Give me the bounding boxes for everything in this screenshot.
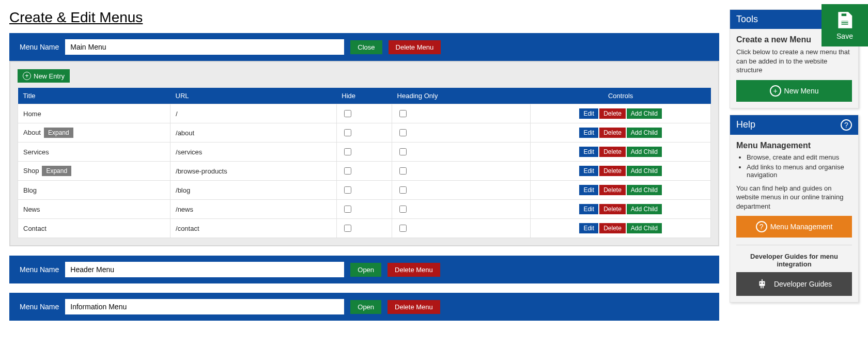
svg-rect-5 (759, 281, 765, 286)
th-url: URL (171, 88, 337, 104)
svg-point-6 (760, 282, 762, 284)
delete-button[interactable]: Delete (599, 223, 626, 233)
entry-title: Services (23, 148, 49, 156)
add-child-button[interactable]: Add Child (627, 223, 662, 233)
table-row: ShopExpand/browse-productsEditDeleteAdd … (18, 162, 711, 181)
edit-button[interactable]: Edit (579, 108, 598, 119)
heading-only-checkbox[interactable] (399, 129, 407, 136)
entry-hide-cell (336, 123, 392, 143)
svg-rect-8 (761, 286, 762, 289)
developer-guides-button[interactable]: Developer Guides (736, 272, 852, 296)
entry-heading-only-cell (392, 162, 531, 181)
th-hide: Hide (336, 88, 392, 104)
open-button[interactable]: Open (350, 263, 381, 277)
close-button[interactable]: Close (350, 40, 382, 54)
entry-url: /contact (171, 219, 337, 238)
entry-heading-only-cell (392, 181, 531, 200)
menu-name-input[interactable] (65, 262, 344, 277)
entry-heading-only-cell (392, 104, 531, 123)
table-row: Contact/contactEditDeleteAdd Child (18, 219, 711, 238)
question-icon: ? (756, 221, 767, 232)
svg-rect-10 (762, 279, 763, 281)
new-menu-button[interactable]: + New Menu (736, 80, 852, 102)
dev-guides-label: Developer Guides (774, 280, 832, 288)
add-child-button[interactable]: Add Child (627, 166, 662, 176)
entry-controls: EditDeleteAdd Child (531, 181, 711, 200)
edit-button[interactable]: Edit (579, 223, 598, 233)
expand-button[interactable]: Expand (42, 166, 71, 176)
hide-checkbox[interactable] (344, 186, 351, 194)
new-entry-button[interactable]: + New Entry (18, 69, 70, 83)
table-row: Services/servicesEditDeleteAdd Child (18, 143, 711, 162)
delete-button[interactable]: Delete (599, 204, 626, 214)
entry-controls: EditDeleteAdd Child (531, 219, 711, 238)
th-controls: Controls (531, 88, 711, 104)
menu-name-input[interactable] (65, 39, 344, 55)
help-bullets: Browse, create and edit menus Add links … (736, 153, 852, 179)
menu-management-guide-button[interactable]: ? Menu Management (736, 216, 852, 238)
delete-button[interactable]: Delete (599, 108, 626, 119)
entry-controls: EditDeleteAdd Child (531, 200, 711, 219)
menu-name-label: Menu Name (20, 265, 59, 274)
entry-url: /browse-products (171, 162, 337, 181)
dev-guides-heading: Developer Guides for menu integration (736, 253, 852, 268)
open-button[interactable]: Open (350, 300, 381, 314)
svg-rect-9 (763, 286, 764, 289)
delete-button[interactable]: Delete (599, 128, 626, 138)
delete-menu-button[interactable]: Delete Menu (388, 263, 440, 277)
expand-button[interactable]: Expand (44, 128, 73, 138)
hide-checkbox[interactable] (344, 206, 351, 213)
entry-controls: EditDeleteAdd Child (531, 162, 711, 181)
hide-checkbox[interactable] (344, 129, 351, 136)
add-child-button[interactable]: Add Child (627, 128, 662, 138)
add-child-button[interactable]: Add Child (627, 204, 662, 214)
entry-hide-cell (336, 181, 392, 200)
entry-title-cell: Services (18, 143, 171, 162)
add-child-button[interactable]: Add Child (627, 108, 662, 119)
table-row: AboutExpand/aboutEditDeleteAdd Child (18, 123, 711, 143)
entry-title-cell: Home (18, 104, 171, 123)
edit-button[interactable]: Edit (579, 128, 598, 138)
delete-menu-button[interactable]: Delete Menu (389, 40, 441, 54)
add-child-button[interactable]: Add Child (627, 185, 662, 195)
entry-title-cell: Contact (18, 219, 171, 238)
svg-point-7 (763, 282, 764, 284)
edit-button[interactable]: Edit (579, 204, 598, 214)
heading-only-checkbox[interactable] (399, 110, 407, 117)
new-menu-label: New Menu (784, 87, 819, 95)
entry-hide-cell (336, 143, 392, 162)
save-label: Save (836, 32, 853, 40)
hide-checkbox[interactable] (344, 148, 351, 155)
heading-only-checkbox[interactable] (399, 148, 407, 155)
heading-only-checkbox[interactable] (399, 206, 407, 213)
delete-button[interactable]: Delete (599, 185, 626, 195)
help-text: You can find help and guides on website … (736, 184, 852, 211)
table-row: Blog/blogEditDeleteAdd Child (18, 181, 711, 200)
delete-button[interactable]: Delete (599, 166, 626, 176)
save-button[interactable]: Save (822, 4, 868, 46)
heading-only-checkbox[interactable] (399, 225, 407, 232)
edit-button[interactable]: Edit (579, 166, 598, 176)
menu-name-input[interactable] (65, 299, 344, 314)
question-icon: ? (841, 119, 852, 131)
heading-only-checkbox[interactable] (399, 167, 407, 175)
edit-button[interactable]: Edit (579, 147, 598, 157)
entry-url: / (171, 104, 337, 123)
edit-button[interactable]: Edit (579, 185, 598, 195)
heading-only-checkbox[interactable] (399, 186, 407, 194)
menu-bar: Menu Name Close Delete Menu (9, 33, 719, 61)
entry-hide-cell (336, 104, 392, 123)
entry-controls: EditDeleteAdd Child (531, 123, 711, 143)
hide-checkbox[interactable] (344, 110, 351, 117)
hide-checkbox[interactable] (344, 225, 351, 232)
entry-title: About (23, 129, 41, 136)
entry-title: Blog (23, 186, 37, 194)
entry-url: /services (171, 143, 337, 162)
entry-hide-cell (336, 219, 392, 238)
add-child-button[interactable]: Add Child (627, 147, 662, 157)
menu-name-label: Menu Name (20, 43, 59, 51)
delete-menu-button[interactable]: Delete Menu (388, 300, 440, 314)
plus-circle-icon: + (23, 72, 31, 80)
delete-button[interactable]: Delete (599, 147, 626, 157)
hide-checkbox[interactable] (344, 167, 351, 175)
